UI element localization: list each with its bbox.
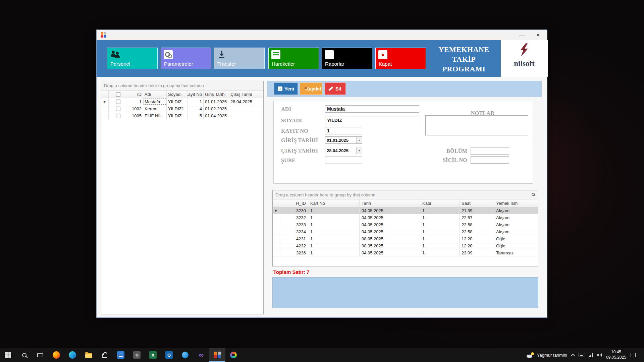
- cell-kartno: 1: [308, 242, 360, 249]
- column-header-yemek[interactable]: Yemek İsmi: [494, 199, 538, 207]
- notlar-textarea[interactable]: [425, 115, 528, 135]
- row-checkbox[interactable]: [116, 100, 120, 104]
- task-view-button[interactable]: [32, 348, 48, 362]
- kapat-label: Kapat: [379, 61, 392, 67]
- weather-widget[interactable]: Yağmur tahmini: [527, 352, 567, 358]
- touch-keyboard-icon[interactable]: [579, 353, 584, 357]
- column-header-giris[interactable]: Giriş Tarihi: [204, 90, 229, 98]
- sil-button[interactable]: Sil: [325, 82, 346, 95]
- system-tray: Yağmur tahmini 10:45 09.05.2025: [527, 348, 644, 362]
- paint-taskbar-button[interactable]: [225, 348, 241, 362]
- tray-expand-chevron-icon[interactable]: [571, 354, 575, 357]
- row-checkbox[interactable]: [116, 114, 120, 118]
- cell-kapi: 1: [420, 228, 460, 235]
- soyadi-input[interactable]: [325, 117, 419, 124]
- column-header-cikis[interactable]: Çıkış Tarihi: [229, 90, 254, 98]
- search-button[interactable]: [16, 348, 32, 362]
- cell-hid: 4232: [280, 242, 308, 249]
- taskbar: X O ∞ Yağmur tahmini 10:45 09.05.2025: [0, 348, 644, 362]
- cikis-dropdown-arrow-icon[interactable]: [356, 147, 362, 154]
- visual-studio-taskbar-button[interactable]: ∞: [193, 348, 209, 362]
- skype-taskbar-button[interactable]: [177, 348, 193, 362]
- firefox-taskbar-button[interactable]: [48, 348, 64, 362]
- table-row[interactable]: ▶ 3230 1 04.05.2025 1 21:39 Akşam: [273, 207, 538, 214]
- row-indicator: [273, 235, 280, 242]
- row-checkbox[interactable]: [116, 107, 120, 111]
- volume-icon[interactable]: [597, 353, 602, 357]
- transfer-button[interactable]: Transfer: [214, 48, 265, 69]
- clock[interactable]: 10:45 09.05.2025: [606, 350, 626, 360]
- table-row[interactable]: 1005 ELİF NİL YILDIZ 5 01.04.2025: [101, 112, 263, 119]
- column-header-kapi[interactable]: Kapi: [420, 199, 460, 207]
- bolum-input[interactable]: [471, 147, 509, 155]
- store-taskbar-button[interactable]: [97, 348, 113, 362]
- table-row[interactable]: 4231 1 08.05.2025 1 12:20 Öğle: [273, 235, 538, 242]
- start-button[interactable]: [0, 348, 16, 362]
- column-header-soyadi[interactable]: Soyadı: [167, 90, 187, 98]
- bolum-label: BÖLÜM: [427, 148, 467, 154]
- raporlar-label: Raporlar: [325, 61, 344, 67]
- giris-tarihi-input[interactable]: [325, 137, 356, 143]
- kaydet-button[interactable]: Kaydet: [300, 82, 322, 95]
- brand-name: nilsoft: [514, 59, 534, 68]
- kayitno-input[interactable]: [325, 127, 362, 134]
- table-row[interactable]: 3232 1 04.05.2025 1 22:57 Akşam: [273, 214, 538, 221]
- cell-id: 1: [128, 98, 143, 105]
- table-row[interactable]: 3234 1 04.05.2025 1 22:58 Akşam: [273, 228, 538, 235]
- table-row[interactable]: 4232 1 08.05.2025 1 12:20 Öğle: [273, 242, 538, 249]
- cell-cikis: [229, 112, 254, 119]
- yeni-button[interactable]: + Yeni: [274, 82, 298, 95]
- indicator-column-header: [101, 90, 109, 98]
- row-indicator: [273, 242, 280, 249]
- movements-grid-header: H_ID Kart No Tarih Kapi Saat Yemek İsmi: [273, 199, 538, 207]
- kapat-button[interactable]: × Kapat: [375, 48, 426, 69]
- minimize-button[interactable]: —: [515, 30, 529, 40]
- yemekhane-app-taskbar-button[interactable]: [209, 348, 225, 362]
- personnel-grid: Drag a column header here to group by th…: [101, 81, 264, 314]
- mail-taskbar-button[interactable]: [113, 348, 129, 362]
- column-header-kayitno[interactable]: Kayıt No: [187, 90, 204, 98]
- column-header-hid[interactable]: H_ID: [280, 199, 308, 207]
- adi-input[interactable]: [325, 105, 419, 113]
- outlook-taskbar-button[interactable]: O: [161, 348, 177, 362]
- close-button[interactable]: ×: [531, 30, 545, 40]
- show-desktop-button[interactable]: [640, 348, 642, 362]
- cell-kartno: 1: [308, 249, 360, 256]
- excel-taskbar-button[interactable]: X: [145, 348, 161, 362]
- giris-dropdown-arrow-icon[interactable]: [356, 137, 362, 143]
- edge-taskbar-button[interactable]: [64, 348, 80, 362]
- row-indicator: [101, 105, 109, 112]
- cell-soyadi: YILDIZ: [167, 98, 187, 105]
- search-icon[interactable]: [532, 193, 535, 196]
- column-header-adi[interactable]: Adı: [143, 90, 167, 98]
- table-row[interactable]: 1002 Kerem YILDIZ1 4 01.02.2025: [101, 105, 263, 112]
- cell-kartno: 1: [308, 221, 360, 228]
- select-all-checkbox[interactable]: [116, 92, 120, 97]
- sicilno-input[interactable]: [471, 156, 509, 164]
- file-explorer-taskbar-button[interactable]: [80, 348, 97, 362]
- cell-soyadi: YILDIZ: [167, 112, 187, 119]
- column-header-id[interactable]: ID: [128, 90, 143, 98]
- table-row[interactable]: 3236 1 04.05.2025 1 23:09 Tanımsız: [273, 249, 538, 256]
- raporlar-button[interactable]: Raporlar: [322, 48, 372, 69]
- column-header-kartno[interactable]: Kart No: [308, 199, 360, 207]
- cell-hid: 4231: [280, 235, 308, 242]
- select-all-checkbox-cell: [109, 90, 128, 98]
- parametreler-button[interactable]: Parametreler: [161, 48, 211, 69]
- utility-taskbar-button[interactable]: [129, 348, 145, 362]
- column-header-saat[interactable]: Saat: [460, 199, 494, 207]
- personel-button[interactable]: Personel: [107, 48, 158, 69]
- row-checkbox-cell: [109, 98, 128, 105]
- table-row[interactable]: 3233 1 04.05.2025 1 22:58 Akşam: [273, 221, 538, 228]
- cikis-tarihi-input[interactable]: [325, 147, 356, 154]
- notification-center-icon[interactable]: [631, 353, 636, 357]
- cell-tarih: 08.05.2025: [360, 235, 420, 242]
- network-icon[interactable]: [589, 353, 593, 357]
- table-row[interactable]: ▶ 1 Mustafa YILDIZ 1 01.01.2025 28.04.20…: [101, 98, 263, 105]
- cell-tarih: 04.05.2025: [360, 221, 420, 228]
- sube-input[interactable]: [325, 157, 362, 164]
- column-header-tarih[interactable]: Tarih: [360, 199, 420, 207]
- app-window: — × Personel Parametreler Transfer Harek…: [96, 29, 547, 318]
- cell-hid: 3230: [280, 207, 308, 214]
- hareketler-button[interactable]: Hareketler: [268, 48, 319, 69]
